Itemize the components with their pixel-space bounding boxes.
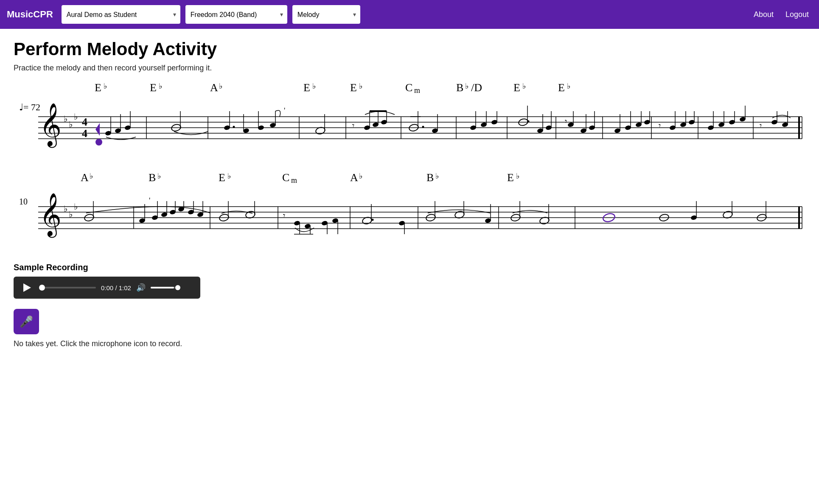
svg-text:E: E xyxy=(95,81,101,94)
svg-text:♭: ♭ xyxy=(69,120,73,129)
svg-text:4: 4 xyxy=(82,116,87,128)
role-select-wrapper[interactable]: Aural Demo as Student xyxy=(62,5,180,24)
piece-select[interactable]: Freedom 2040 (Band) xyxy=(185,5,287,24)
svg-text:♭: ♭ xyxy=(312,82,316,90)
svg-text:♭: ♭ xyxy=(219,82,222,90)
svg-text:E: E xyxy=(150,81,157,94)
volume-track xyxy=(151,287,180,288)
svg-text:𝄾: 𝄾 xyxy=(659,124,661,127)
piece-select-wrapper[interactable]: Freedom 2040 (Band) xyxy=(185,5,287,24)
time-separator: / xyxy=(115,284,118,291)
svg-text:B: B xyxy=(149,171,156,184)
microphone-icon: 🎤 xyxy=(20,315,33,328)
svg-text:♭: ♭ xyxy=(64,204,67,213)
navigation: MusicCPR Aural Demo as Student Freedom 2… xyxy=(0,0,819,29)
svg-text:♭: ♭ xyxy=(465,82,468,90)
svg-text:C: C xyxy=(282,171,289,184)
svg-text:E: E xyxy=(350,81,357,94)
svg-text:♭: ♭ xyxy=(69,210,73,219)
svg-point-194 xyxy=(372,219,374,221)
svg-text:E: E xyxy=(507,171,514,184)
volume-fill xyxy=(151,287,174,288)
svg-text:𝄾: 𝄾 xyxy=(760,124,762,127)
svg-text:♭: ♭ xyxy=(74,112,78,121)
svg-point-77 xyxy=(422,126,424,128)
svg-text:A: A xyxy=(210,81,218,94)
svg-text:♭: ♭ xyxy=(157,172,161,180)
svg-point-57 xyxy=(233,126,235,128)
play-button[interactable] xyxy=(20,281,34,294)
staff-row-1: ♩= 72 E ♭ E ♭ A ♭ E ♭ E ♭ C m xyxy=(14,83,805,152)
svg-point-32 xyxy=(95,139,102,146)
svg-text:♭: ♭ xyxy=(90,172,93,180)
audio-player: 0:00 / 1:02 🔊 xyxy=(14,277,200,299)
progress-bar[interactable] xyxy=(39,285,96,291)
total-time: 1:02 xyxy=(119,284,131,291)
no-takes-text: No takes yet. Click the microphone icon … xyxy=(14,339,805,348)
svg-text:♭: ♭ xyxy=(522,82,526,90)
svg-text:♭: ♭ xyxy=(359,82,362,90)
svg-text:4: 4 xyxy=(82,127,87,140)
svg-marker-31 xyxy=(95,123,100,136)
staff-svg-row2: 10 A ♭ B ♭ E ♭ C m A ♭ B ♭ E ♭ xyxy=(14,173,805,241)
progress-track xyxy=(45,287,96,288)
svg-text:𝄾: 𝄾 xyxy=(283,214,285,217)
current-time: 0:00 xyxy=(101,284,113,291)
svg-text:𝄾: 𝄾 xyxy=(352,124,354,127)
svg-text:♭: ♭ xyxy=(435,172,439,180)
svg-text:10: 10 xyxy=(19,197,28,206)
svg-text:𝄾: 𝄾 xyxy=(565,120,567,123)
svg-text:E: E xyxy=(303,81,310,94)
role-select[interactable]: Aural Demo as Student xyxy=(62,5,180,24)
svg-text:m: m xyxy=(414,86,420,95)
page-subtitle: Practice the melody and then record your… xyxy=(14,64,805,73)
play-icon xyxy=(23,283,31,292)
record-button[interactable]: 🎤 xyxy=(14,309,39,334)
sheet-music: ♩= 72 E ♭ E ♭ A ♭ E ♭ E ♭ C m xyxy=(14,83,805,242)
staff-row-2: 10 A ♭ B ♭ E ♭ C m A ♭ B ♭ E ♭ xyxy=(14,173,805,242)
svg-text:A: A xyxy=(350,171,358,184)
volume-control[interactable] xyxy=(151,287,180,288)
main-content: Perform Melody Activity Practice the mel… xyxy=(0,29,819,358)
svg-text:♩= 72: ♩= 72 xyxy=(19,102,40,112)
svg-text:E: E xyxy=(219,171,225,184)
sample-recording-section: Sample Recording 0:00 / 1:02 🔊 xyxy=(14,263,805,309)
volume-icon[interactable]: 🔊 xyxy=(136,283,146,292)
svg-text:E: E xyxy=(558,81,565,94)
svg-text:♭: ♭ xyxy=(516,172,519,180)
svg-text:♭: ♭ xyxy=(104,82,107,90)
svg-text:E: E xyxy=(513,81,520,94)
svg-text:♭: ♭ xyxy=(74,202,78,211)
brand-logo: MusicCPR xyxy=(7,9,53,20)
svg-text:𝄞: 𝄞 xyxy=(39,193,62,238)
sample-recording-label: Sample Recording xyxy=(14,263,805,272)
svg-text:B: B xyxy=(426,171,434,184)
svg-text:m: m xyxy=(291,176,297,185)
volume-dot xyxy=(175,285,180,290)
about-link[interactable]: About xyxy=(750,8,777,21)
logout-link[interactable]: Logout xyxy=(782,8,812,21)
time-display: 0:00 / 1:02 xyxy=(101,284,131,291)
svg-text:♭: ♭ xyxy=(159,82,162,90)
progress-dot xyxy=(39,285,45,291)
activity-select-wrapper[interactable]: Melody xyxy=(292,5,360,24)
svg-text:/D: /D xyxy=(471,81,482,94)
page-title: Perform Melody Activity xyxy=(14,39,805,59)
svg-text:': ' xyxy=(149,196,150,205)
svg-text:A: A xyxy=(81,171,89,184)
staff-svg-row1: ♩= 72 E ♭ E ♭ A ♭ E ♭ E ♭ C m xyxy=(14,83,805,151)
svg-text:': ' xyxy=(284,106,285,115)
svg-text:𝄞: 𝄞 xyxy=(39,103,62,148)
svg-text:♭: ♭ xyxy=(227,172,231,180)
svg-text:C: C xyxy=(405,81,412,94)
svg-text:♭: ♭ xyxy=(567,82,570,90)
svg-text:♭: ♭ xyxy=(359,172,362,180)
activity-select[interactable]: Melody xyxy=(292,5,360,24)
svg-text:♭: ♭ xyxy=(64,114,67,123)
svg-text:B: B xyxy=(456,81,463,94)
